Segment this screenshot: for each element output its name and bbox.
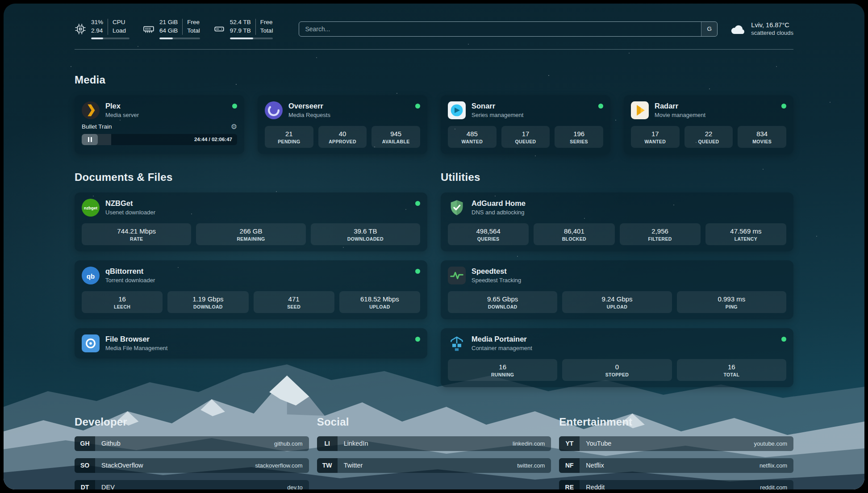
plex-meta: Plex Media server [105,102,139,118]
plex-card[interactable]: Plex Media server Bullet Train ⚙ 24:44 /… [75,95,244,154]
section-title-entertainment: Entertainment [559,416,793,428]
speedtest-card-header: Speedtest Speedtest Tracking [448,267,786,284]
memory-progress-bar [159,38,200,39]
app-subtitle: Usenet downloader [105,209,155,216]
section-title-social: Social [317,416,551,428]
link-name: Netflix [586,462,604,469]
divider [182,19,183,35]
overseerr-card[interactable]: Overseerr Media Requests 21 PENDING 40 A… [258,95,427,154]
link-twitter[interactable]: TW Twitter twitter.com [317,458,551,473]
adguard-card[interactable]: AdGuard Home DNS and adblocking 498,564 … [441,192,793,251]
link-youtube[interactable]: YT YouTube youtube.com [559,436,793,451]
app-subtitle: Container management [472,345,532,351]
memory-icon [143,23,154,35]
sonarr-icon [448,101,466,119]
stat-label: UPLOAD [564,304,670,309]
sonarr-card-header: Sonarr Series management [448,101,603,119]
qbittorrent-stats: 16 LEECH 1.19 Gbps DOWNLOAD 471 SEED 6 [82,291,420,313]
app-subtitle: Series management [472,112,523,118]
total-label: Total [260,27,273,35]
gear-icon[interactable]: ⚙ [231,123,237,130]
radarr-card[interactable]: Radarr Movie management 17 WANTED 22 QUE… [624,95,793,154]
memory-free-value: 21 GiB [159,19,178,26]
nzbget-card[interactable]: nzbget NZBGet Usenet downloader 744.21 M… [75,192,427,251]
cpu-widget-text: 31% 2.94 CPU Load [91,19,129,35]
section-title-developer: Developer [75,416,309,428]
stat-value: 744.21 Mbps [83,227,189,235]
stat-value: 0 [564,363,670,371]
link-dev[interactable]: DT DEV dev.to [75,480,309,489]
speedtest-card[interactable]: Speedtest Speedtest Tracking 9.65 Gbps D… [441,260,793,319]
disk-labels: Free Total [260,19,273,35]
cpu-values: 31% 2.94 [91,19,103,35]
dashboard: 31% 2.94 CPU Load [4,4,864,489]
memory-widget-text: 21 GiB 64 GiB Free Total [159,19,200,35]
link-reddit[interactable]: RE Reddit reddit.com [559,480,793,489]
disk-values: 52.4 TB 97.9 TB [230,19,251,35]
cpu-chip-icon [75,23,86,35]
stat-label: RUNNING [450,372,555,377]
stat-box: 0.993 ms PING [677,291,786,313]
portainer-card[interactable]: Media Portainer Container management 16 … [441,328,793,387]
cpu-progress-fill [91,38,103,39]
stat-value: 485 [450,130,495,138]
memory-total-value: 64 GiB [159,27,178,35]
pause-icon[interactable] [82,134,98,145]
stat-box: 618.52 Mbps UPLOAD [339,291,420,313]
plex-player-bar[interactable]: 24:44 / 02:06:47 [82,134,237,145]
app-name: Media Portainer [472,335,532,343]
portainer-meta: Media Portainer Container management [472,335,532,351]
nzbget-icon: nzbget [82,199,100,217]
stat-label: PENDING [267,139,312,144]
stat-box: 16 TOTAL [677,359,786,381]
section-title-utilities: Utilities [441,171,793,184]
filebrowser-meta: File Browser Media File Management [105,335,167,351]
radarr-icon [631,101,649,119]
stat-value: 21 [267,130,312,138]
stat-label: DOWNLOAD [450,304,555,309]
qbittorrent-card[interactable]: qb qBittorrent Torrent downloader 16 LEE… [75,260,427,319]
link-stackoverflow[interactable]: SO StackOverflow stackoverflow.com [75,458,309,473]
app-name: Plex [105,102,139,110]
stat-box: 22 QUEUED [684,126,733,148]
disk-widget-text: 52.4 TB 97.9 TB Free Total [230,19,273,35]
app-name: Sonarr [472,102,523,110]
search-engine-button[interactable]: G [701,22,717,36]
status-dot [232,104,237,109]
link-github[interactable]: GH Github github.com [75,436,309,451]
app-name: Overseerr [288,102,330,110]
stat-box: 834 MOVIES [738,126,786,148]
stat-box: 17 QUEUED [501,126,550,148]
radarr-meta: Radarr Movie management [655,102,705,118]
app-name: AdGuard Home [472,199,526,208]
stat-label: SEED [255,304,333,309]
stat-label: FILTERED [622,236,699,242]
cpu-widget-body: 31% 2.94 CPU Load [91,19,129,39]
status-dot [415,269,420,274]
stat-box: 39.6 TB DOWNLOADED [311,223,420,245]
disk-progress-fill [230,38,253,39]
app-name: Speedtest [472,267,521,276]
cpu-load-value: 2.94 [91,27,103,35]
cpu-labels: CPU Load [113,19,126,35]
sonarr-card[interactable]: Sonarr Series management 485 WANTED 17 Q… [441,95,610,154]
stat-value: 2,956 [622,227,699,235]
link-netflix[interactable]: NF Netflix netflix.com [559,458,793,473]
media-cards-row: Plex Media server Bullet Train ⚙ 24:44 /… [75,95,793,154]
stat-box: 17 WANTED [631,126,680,148]
stat-label: AVAILABLE [373,139,418,144]
stat-label: LATENCY [707,236,785,242]
nzbget-stats: 744.21 Mbps RATE 266 GB REMAINING 39.6 T… [82,223,420,245]
links-area: Developer GH Github github.com SO StackO… [75,416,793,489]
link-url: youtube.com [754,440,787,447]
link-url: reddit.com [760,484,787,489]
now-playing-title: Bullet Train [82,123,112,130]
search-input[interactable] [299,25,701,33]
filebrowser-card[interactable]: File Browser Media File Management [75,328,427,359]
link-linkedin[interactable]: LI LinkedIn linkedin.com [317,436,551,451]
weather-location: Lviv, 16.87°C [751,21,793,29]
status-dot [415,337,420,342]
speedtest-pulse-icon [448,267,466,284]
stat-value: 618.52 Mbps [341,295,418,303]
link-name: YouTube [586,440,611,447]
